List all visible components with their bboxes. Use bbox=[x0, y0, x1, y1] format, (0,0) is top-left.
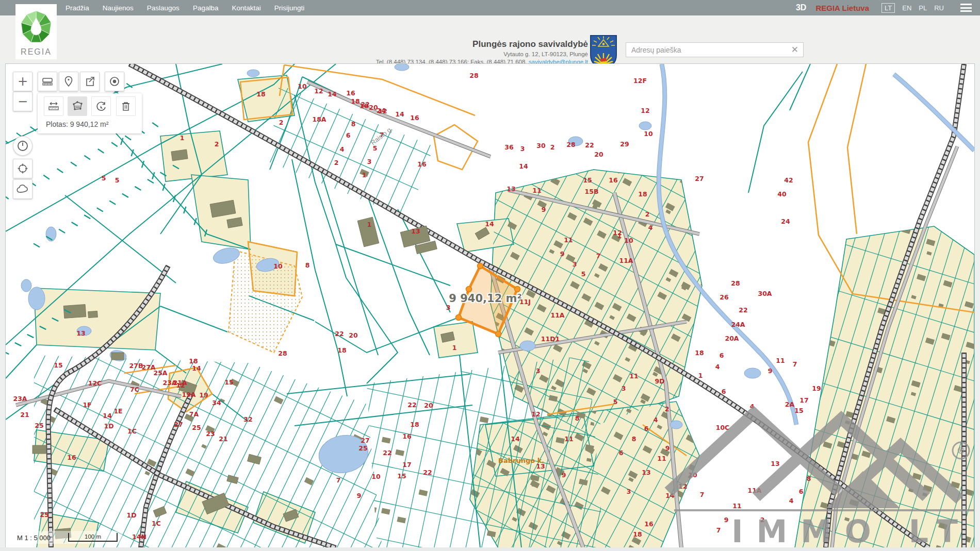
parcel-number-label: 12F bbox=[633, 77, 647, 85]
measure-tool-button[interactable] bbox=[38, 72, 57, 91]
parcel-number-label: 14 bbox=[103, 412, 112, 420]
parcel-number-label: 3 bbox=[536, 367, 541, 375]
regia-gem-icon bbox=[20, 10, 53, 44]
regia-logo[interactable]: REGIA bbox=[15, 4, 57, 59]
parcel-number-label: 11 bbox=[657, 455, 666, 462]
parcel-number-label: 14 bbox=[485, 220, 494, 228]
measure-distance-button[interactable] bbox=[44, 96, 63, 116]
locate-tool-button[interactable] bbox=[105, 72, 124, 91]
parcel-number-label: 18 bbox=[638, 190, 647, 198]
parcel-number-label: 3 bbox=[520, 145, 525, 153]
parcel-number-label: 5 bbox=[613, 398, 618, 406]
parcel-number-label: 22 bbox=[335, 330, 344, 338]
measure-clear-button[interactable] bbox=[116, 96, 136, 116]
nav-item-naujienos[interactable]: Naujienos bbox=[103, 4, 134, 12]
parcel-number-label: 9 bbox=[665, 444, 670, 452]
search-input[interactable] bbox=[626, 46, 787, 54]
parcel-number-label: 13 bbox=[76, 329, 85, 337]
nav-item-prisijungti[interactable]: Prisijungti bbox=[274, 4, 305, 12]
parcel-number-label: 15 bbox=[794, 407, 803, 414]
parcel-number-label: 2 bbox=[645, 210, 650, 218]
layers-cloud-button[interactable] bbox=[13, 179, 32, 199]
parcel-number-label: 11J bbox=[519, 298, 531, 306]
regia-lietuva-link[interactable]: REGIA Lietuva bbox=[815, 4, 869, 12]
parcel-number-label: 22 bbox=[585, 141, 594, 149]
parcel-number-label: 22 bbox=[407, 401, 416, 409]
parcel-number-label: 27B bbox=[129, 362, 143, 370]
parcel-number-label: 22 bbox=[423, 469, 432, 476]
nav-item-kontaktai[interactable]: Kontaktai bbox=[232, 4, 260, 12]
scale-bar: 100 m bbox=[68, 533, 118, 542]
main-menu: PradžiaNaujienosPaslaugosPagalbaKontakta… bbox=[66, 0, 304, 15]
parcel-number-label: 10 bbox=[298, 82, 307, 90]
parcel-number-label: 3 bbox=[367, 158, 372, 165]
hamburger-menu-icon[interactable] bbox=[960, 4, 972, 12]
language-lt[interactable]: LT bbox=[881, 3, 895, 13]
parcel-number-label: 34 bbox=[212, 399, 221, 407]
measure-tape-icon bbox=[42, 76, 53, 87]
history-clock-button[interactable] bbox=[13, 136, 32, 156]
language-pl[interactable]: PL bbox=[919, 4, 927, 12]
place-name-label: Babrungo k. bbox=[498, 457, 544, 464]
parcel-number-label: 16 bbox=[609, 176, 618, 184]
map-area: 9 940,12 m²55121818A21012141618222024101… bbox=[5, 63, 975, 548]
parcel-number-label: 10 bbox=[624, 237, 633, 244]
full-extent-button[interactable] bbox=[13, 159, 32, 178]
parcel-number-label: 23A bbox=[13, 395, 27, 403]
parcel-number-label: 2 bbox=[665, 405, 669, 413]
nav-item-pradžia[interactable]: Pradžia bbox=[66, 4, 89, 12]
parcel-number-label: 10 bbox=[371, 473, 381, 480]
parcel-number-label: 24 bbox=[781, 218, 790, 225]
parcel-number-label: 18 bbox=[695, 349, 704, 357]
parcel-number-label: 1D bbox=[126, 511, 136, 519]
map-pin-icon bbox=[64, 76, 73, 87]
parcel-number-label: 14 bbox=[395, 110, 404, 118]
parcel-number-label: 8 bbox=[632, 435, 636, 443]
measure-snap-button[interactable] bbox=[91, 96, 111, 116]
parcel-number-label: 7 bbox=[793, 360, 797, 368]
parcel-number-label: 27 bbox=[695, 175, 704, 182]
parcel-number-label: 9 bbox=[357, 492, 362, 499]
search-clear-button[interactable]: ✕ bbox=[787, 45, 803, 54]
parcel-number-label: 21 bbox=[219, 435, 227, 443]
parcel-number-label: 12 bbox=[613, 229, 622, 237]
cadastral-map[interactable]: 9 940,12 m²55121818A21012141618222024101… bbox=[6, 64, 974, 548]
parcel-number-label: 17 bbox=[402, 461, 411, 469]
language-en[interactable]: EN bbox=[902, 4, 911, 12]
parcel-number-label: 9 bbox=[560, 250, 565, 258]
parcel-number-label: 6 bbox=[799, 488, 804, 495]
crosshair-icon bbox=[17, 163, 28, 174]
cloud-icon bbox=[17, 185, 29, 194]
municipality-title: Plungės rajono savivaldybė bbox=[279, 39, 588, 49]
nav-item-pagalba[interactable]: Pagalba bbox=[193, 4, 219, 12]
parcel-number-label: 12 bbox=[531, 410, 540, 418]
parcel-number-label: 16 bbox=[644, 520, 654, 528]
language-ru[interactable]: RU bbox=[934, 4, 944, 12]
measure-area-button[interactable] bbox=[68, 96, 87, 116]
parcel-number-label: 4 bbox=[648, 224, 653, 231]
parcel-number-label: 9 bbox=[768, 367, 773, 375]
top-right-controls: 3D REGIA Lietuva LTENPLRU bbox=[796, 0, 972, 15]
parcel-number-label: 16 bbox=[402, 432, 412, 440]
parcel-number-label: 30A bbox=[758, 290, 772, 297]
parcel-number-label: 14 bbox=[192, 364, 201, 372]
parcel-number-label: 20A bbox=[725, 335, 739, 342]
share-tool-button[interactable] bbox=[80, 72, 100, 91]
parcel-number-label: 14 bbox=[511, 435, 520, 443]
parcel-number-label: 18 bbox=[189, 357, 198, 365]
measurement-panel: Plotas: 9 940,12 m² bbox=[38, 93, 142, 133]
parcel-number-label: 11 bbox=[532, 187, 541, 194]
parcel-number-label: 4 bbox=[789, 497, 794, 505]
marker-tool-button[interactable] bbox=[59, 72, 78, 91]
regia-portal-page: PradžiaNaujienosPaslaugosPagalbaKontakta… bbox=[0, 0, 980, 551]
measured-area-map-label: 9 940,12 m² bbox=[449, 292, 521, 305]
parcel-number-label: 8 bbox=[807, 475, 811, 482]
zoom-in-button[interactable]: + bbox=[13, 72, 32, 91]
zoom-out-button[interactable]: − bbox=[13, 92, 32, 111]
parcel-number-label: 14N bbox=[132, 533, 146, 541]
parcel-number-label: 14 bbox=[328, 90, 337, 98]
parcel-number-label: 12 bbox=[378, 107, 387, 115]
view-3d-button[interactable]: 3D bbox=[796, 3, 806, 12]
nav-item-paslaugos[interactable]: Paslaugos bbox=[147, 4, 179, 12]
parcel-number-label: 1F bbox=[83, 401, 91, 409]
